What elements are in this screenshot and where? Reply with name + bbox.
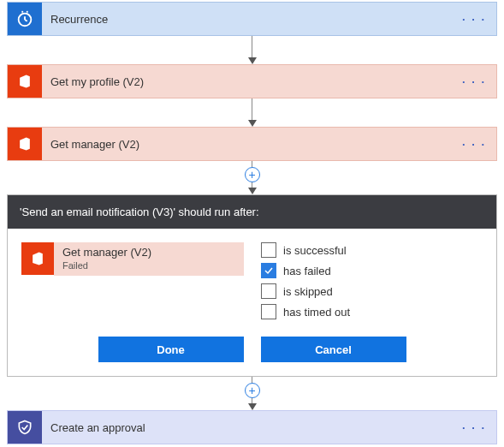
connector-add: + (7, 161, 497, 194)
approval-icon (8, 411, 42, 444)
option-label: is successful (283, 244, 347, 257)
svg-line-2 (25, 20, 27, 21)
option-label: is skipped (283, 285, 333, 298)
office-icon (21, 242, 54, 275)
more-icon[interactable]: · · · (452, 75, 496, 88)
checkbox-icon (261, 263, 276, 278)
option-has-timed-out[interactable]: has timed out (261, 304, 350, 319)
cancel-button[interactable]: Cancel (261, 337, 406, 362)
panel-title: 'Send an email notification (V3)' should… (8, 195, 496, 229)
option-is-skipped[interactable]: is skipped (261, 283, 350, 299)
connector-add: + (7, 377, 497, 410)
step-label: Create an approval (42, 421, 452, 434)
step-label: Get manager (V2) (42, 138, 452, 151)
more-icon[interactable]: · · · (452, 421, 496, 434)
previous-step-card: Get manager (V2) Failed (21, 242, 244, 319)
office-icon (8, 65, 42, 98)
option-label: has timed out (283, 306, 350, 319)
step-get-my-profile[interactable]: Get my profile (V2) · · · (7, 64, 497, 98)
step-recurrence[interactable]: Recurrence · · · (7, 2, 497, 36)
checkbox-icon (261, 283, 276, 299)
step-get-manager[interactable]: Get manager (V2) · · · (7, 127, 497, 161)
previous-step-title: Get manager (V2) (62, 246, 235, 259)
previous-step-status: Failed (62, 260, 235, 271)
run-after-panel: 'Send an email notification (V3)' should… (7, 194, 497, 377)
checkbox-icon (261, 304, 276, 319)
connector (7, 98, 497, 127)
more-icon[interactable]: · · · (452, 138, 496, 151)
run-after-options: is successful has failed is skipped (261, 242, 350, 319)
add-step-button[interactable]: + (245, 383, 260, 398)
clock-icon (8, 3, 42, 35)
step-label: Recurrence (42, 13, 452, 26)
option-has-failed[interactable]: has failed (261, 263, 350, 278)
done-button[interactable]: Done (98, 337, 244, 362)
step-label: Get my profile (V2) (42, 75, 452, 88)
step-create-approval[interactable]: Create an approval · · · (7, 410, 497, 444)
office-icon (8, 128, 42, 160)
more-icon[interactable]: · · · (452, 13, 496, 26)
connector (7, 36, 497, 64)
add-step-button[interactable]: + (245, 167, 260, 182)
checkbox-icon (261, 242, 276, 258)
option-is-successful[interactable]: is successful (261, 242, 350, 258)
option-label: has failed (283, 265, 331, 277)
